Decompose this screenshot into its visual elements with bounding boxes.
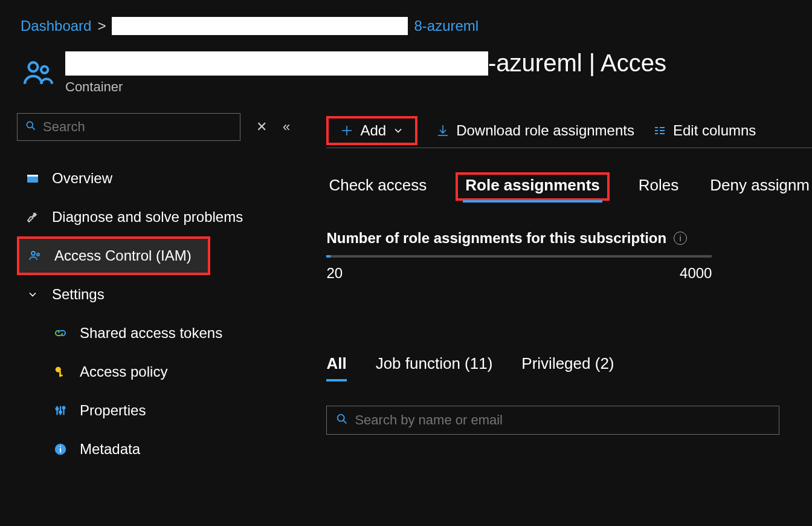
- sidebar-label: Access Control (IAM): [54, 247, 192, 264]
- svg-line-3: [32, 127, 35, 130]
- add-label: Add: [360, 122, 386, 139]
- search-by-name-input[interactable]: [355, 412, 770, 428]
- sidebar-item-access-policy[interactable]: Access policy: [17, 352, 300, 391]
- page-title-row: -azureml | Acces Container: [0, 35, 812, 95]
- chevron-down-icon: [24, 286, 41, 303]
- svg-point-0: [29, 62, 38, 71]
- page-title: -azureml | Acces: [488, 50, 666, 77]
- progress-bar: [326, 255, 712, 258]
- breadcrumb: Dashboard > 8-azureml: [0, 0, 812, 35]
- svg-rect-5: [27, 175, 38, 177]
- tab-role-assignments[interactable]: Role assignments: [463, 172, 602, 203]
- role-assignment-count: Number of role assignments for this subs…: [326, 230, 712, 282]
- wrench-icon: [24, 209, 41, 226]
- tab-deny-assignments[interactable]: Deny assignm: [707, 172, 812, 201]
- search-input[interactable]: [43, 119, 233, 135]
- tabs: Check access Role assignments Roles Deny…: [326, 172, 812, 201]
- edit-columns-label: Edit columns: [673, 122, 756, 139]
- sidebar: ✕ « Overview Diagnose and solve problems: [0, 113, 300, 469]
- filter-job-function[interactable]: Job function (11): [376, 354, 493, 382]
- edit-columns-button[interactable]: Edit columns: [652, 122, 756, 139]
- sidebar-search[interactable]: [17, 113, 240, 141]
- link-icon: [52, 325, 69, 342]
- main-content: Add Download role assignments Edit colum…: [300, 113, 812, 469]
- close-icon[interactable]: ✕: [256, 119, 267, 135]
- download-label: Download role assignments: [456, 122, 634, 139]
- svg-point-2: [27, 122, 33, 128]
- page-subtitle: Container: [65, 79, 666, 95]
- svg-rect-19: [60, 446, 61, 447]
- breadcrumb-redacted: [112, 17, 408, 35]
- sidebar-label: Metadata: [80, 441, 140, 458]
- download-button[interactable]: Download role assignments: [436, 122, 634, 139]
- svg-point-7: [37, 253, 39, 256]
- collapse-sidebar-icon[interactable]: «: [283, 119, 290, 135]
- breadcrumb-current[interactable]: 8-azureml: [414, 18, 478, 34]
- download-icon: [436, 123, 450, 138]
- sidebar-item-properties[interactable]: Properties: [17, 391, 300, 430]
- filter-tabs: All Job function (11) Privileged (2): [326, 354, 812, 382]
- svg-rect-10: [59, 375, 63, 377]
- sidebar-label: Shared access tokens: [80, 325, 222, 342]
- tab-check-access[interactable]: Check access: [326, 172, 429, 201]
- sidebar-item-settings[interactable]: Settings: [17, 275, 300, 314]
- chevron-down-icon: [392, 125, 404, 137]
- sidebar-label: Diagnose and solve problems: [52, 209, 243, 226]
- svg-point-30: [338, 415, 344, 421]
- stat-current: 20: [326, 265, 343, 282]
- search-by-name[interactable]: [326, 406, 779, 435]
- search-icon: [25, 120, 37, 134]
- key-icon: [52, 363, 69, 380]
- sidebar-item-shared-tokens[interactable]: Shared access tokens: [17, 314, 300, 352]
- info-icon: [52, 441, 69, 458]
- breadcrumb-root[interactable]: Dashboard: [21, 18, 91, 34]
- svg-rect-18: [60, 448, 61, 452]
- svg-point-16: [63, 407, 65, 409]
- stat-title: Number of role assignments for this subs…: [326, 230, 666, 247]
- svg-line-31: [344, 420, 347, 423]
- toolbar: Add Download role assignments Edit colum…: [326, 113, 812, 148]
- sliders-icon: [52, 402, 69, 419]
- stat-max: 4000: [680, 265, 712, 282]
- sidebar-label: Settings: [52, 286, 105, 303]
- plus-icon: [340, 123, 354, 138]
- svg-point-6: [31, 252, 35, 255]
- title-redacted: [65, 51, 488, 76]
- filter-privileged[interactable]: Privileged (2): [521, 354, 614, 382]
- sidebar-item-overview[interactable]: Overview: [17, 159, 300, 198]
- search-icon: [335, 412, 349, 428]
- people-icon: [27, 247, 44, 264]
- add-button[interactable]: Add: [326, 116, 417, 145]
- sidebar-label: Overview: [52, 170, 112, 187]
- tab-role-assignments-highlight: Role assignments: [456, 172, 610, 201]
- folder-icon: [24, 170, 41, 187]
- svg-point-14: [56, 407, 59, 410]
- sidebar-item-diagnose[interactable]: Diagnose and solve problems: [17, 198, 300, 236]
- sidebar-item-metadata[interactable]: Metadata: [17, 430, 300, 469]
- sidebar-label: Properties: [80, 402, 146, 419]
- tab-roles[interactable]: Roles: [636, 172, 681, 201]
- sidebar-item-access-control[interactable]: Access Control (IAM): [17, 236, 210, 275]
- svg-point-15: [59, 411, 62, 414]
- info-icon[interactable]: i: [674, 232, 687, 245]
- filter-all[interactable]: All: [326, 354, 346, 382]
- columns-icon: [652, 123, 667, 138]
- people-icon: [21, 56, 54, 89]
- sidebar-label: Access policy: [80, 363, 167, 380]
- svg-point-1: [41, 66, 48, 73]
- breadcrumb-separator: >: [97, 18, 106, 34]
